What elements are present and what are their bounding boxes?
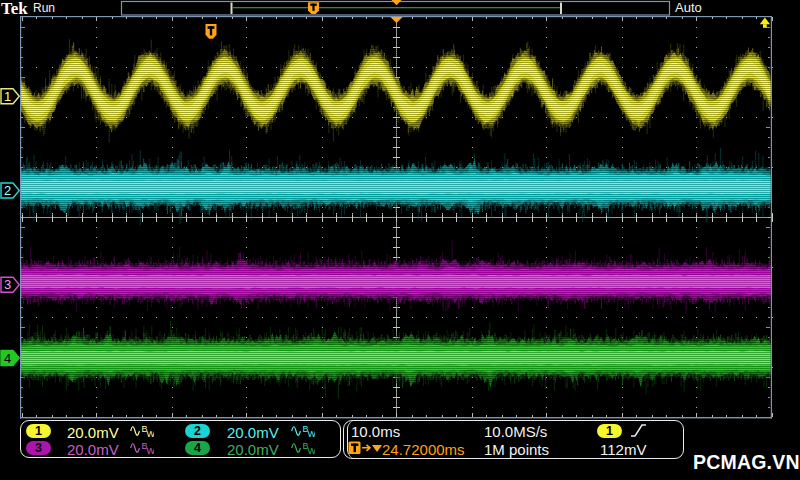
svg-text:3: 3 <box>4 277 11 292</box>
svg-text:W: W <box>147 429 155 438</box>
svg-text:4: 4 <box>4 351 11 366</box>
svg-text:2: 2 <box>4 183 11 198</box>
svg-text:1: 1 <box>4 89 11 104</box>
svg-text:W: W <box>147 446 155 455</box>
svg-text:W: W <box>308 429 316 438</box>
svg-text:W: W <box>308 446 316 455</box>
